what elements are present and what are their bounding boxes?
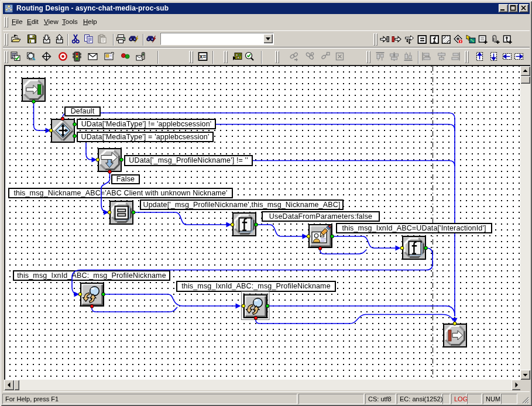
svg-text:x=: x=	[200, 53, 207, 60]
